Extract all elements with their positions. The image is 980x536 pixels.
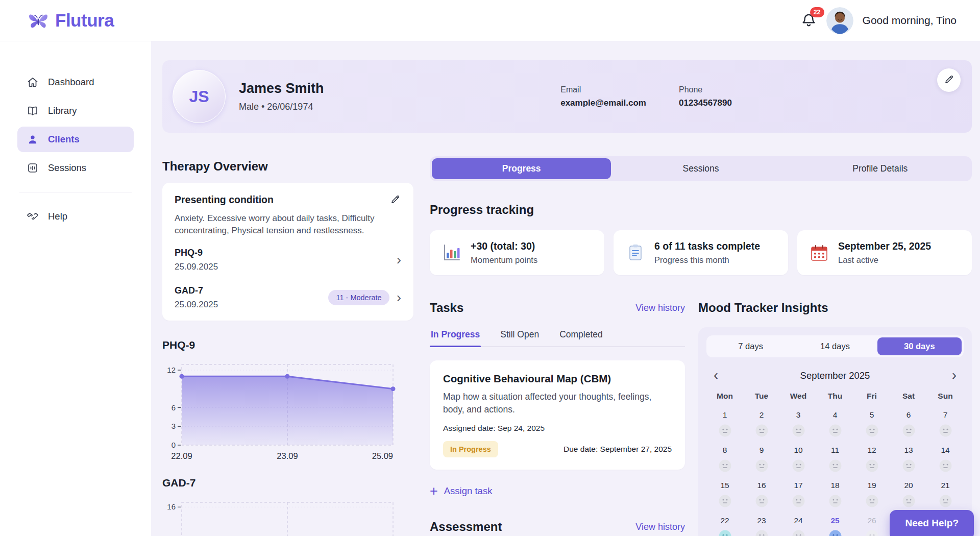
calendar-day-11[interactable]: 11 [817, 442, 853, 477]
assessment-item-gad-7[interactable]: GAD-725.09.202511 - Moderate› [175, 279, 401, 316]
calendar-day-9[interactable]: 9 [743, 442, 780, 477]
task-card[interactable]: Cognitive Behavioural Map (CBM) Map how … [430, 360, 685, 470]
handshake-icon [27, 210, 39, 223]
calendar-day-25[interactable]: 25 [817, 513, 853, 536]
weekday-header: Mon [706, 386, 743, 407]
calendar-day-20[interactable]: 20 [890, 477, 927, 513]
task-tab-completed[interactable]: Completed [558, 325, 604, 346]
task-tab-still-open[interactable]: Still Open [499, 325, 540, 346]
mood-face-neutral-icon [780, 424, 817, 437]
progress-tracking-title: Progress tracking [430, 203, 972, 217]
calendar-day-18[interactable]: 18 [817, 477, 853, 513]
calendar-day-16[interactable]: 16 [743, 477, 780, 513]
calendar-day-number: 21 [927, 481, 964, 490]
calendar-day-number: 26 [853, 516, 890, 525]
therapy-overview-section: Therapy Overview Presenting condition An… [162, 156, 413, 536]
mood-face-neutral-icon [817, 424, 853, 437]
calendar-day-4[interactable]: 4 [817, 407, 853, 442]
calendar-day-number: 12 [853, 446, 890, 455]
calendar-day-21[interactable]: 21 [927, 477, 964, 513]
tab-sessions[interactable]: Sessions [611, 158, 790, 179]
assign-task-button[interactable]: + Assign task [430, 485, 685, 497]
sidebar-item-dashboard[interactable]: Dashboard [17, 69, 134, 95]
sidebar-item-label: Dashboard [48, 77, 94, 88]
calendar-day-7[interactable]: 7 [927, 407, 964, 442]
calendar-day-number: 16 [743, 481, 780, 490]
user-avatar[interactable] [826, 7, 853, 34]
edit-condition-button[interactable] [389, 194, 401, 206]
calendar-month-label: September 2025 [800, 370, 870, 381]
assessment-item-phq-9[interactable]: PHQ-925.09.2025› [175, 241, 401, 279]
calendar-day-14[interactable]: 14 [927, 442, 964, 477]
calendar-day-number: 19 [853, 481, 890, 490]
calendar-day-number: 7 [927, 410, 964, 420]
calendar-day-5[interactable]: 5 [853, 407, 890, 442]
calendar-day-number: 11 [817, 446, 853, 455]
svg-text:6: 6 [172, 403, 176, 412]
sidebar-item-clients[interactable]: Clients [17, 127, 134, 152]
stat-card-progress-this-month: 6 of 11 tasks completeProgress this mont… [614, 230, 788, 275]
calendar-day-15[interactable]: 15 [706, 477, 743, 513]
plus-icon: + [430, 485, 438, 497]
pencil-icon [944, 74, 954, 86]
calendar-day-8[interactable]: 8 [706, 442, 743, 477]
client-avatar: JS [173, 70, 226, 123]
range-tab-7-days[interactable]: 7 days [708, 337, 793, 355]
calendar-day-number: 2 [743, 410, 780, 420]
calendar-day-number: 22 [706, 516, 743, 525]
weekday-header: Sat [890, 386, 927, 407]
range-tab-30-days[interactable]: 30 days [877, 337, 962, 355]
assessment-list: PHQ-925.09.2025›GAD-725.09.202511 - Mode… [175, 241, 401, 316]
assessment-name: PHQ-9 [175, 248, 218, 258]
presenting-condition-card: Presenting condition Anxiety. Excessive … [162, 183, 413, 321]
notifications-button[interactable]: 22 [801, 12, 817, 29]
assign-task-label: Assign task [444, 485, 493, 497]
client-phone: Phone 01234567890 [679, 85, 732, 108]
mood-tracker-section: Mood Tracker Insights 7 days14 days30 da… [698, 301, 972, 536]
mood-face-neutral-icon [780, 529, 817, 536]
range-tab-14-days[interactable]: 14 days [793, 337, 877, 355]
task-tab-in-progress[interactable]: In Progress [430, 325, 481, 346]
app-name: Flutura [55, 10, 114, 31]
mood-panel: 7 days14 days30 days ‹ September 2025 › … [698, 327, 972, 536]
calendar-icon [810, 243, 829, 262]
assessment-view-history-link[interactable]: View history [635, 522, 685, 532]
sidebar-item-label: Help [48, 211, 67, 222]
sidebar-item-library[interactable]: Library [17, 98, 134, 124]
next-month-button[interactable]: › [950, 369, 959, 382]
mood-face-neutral-icon [890, 459, 927, 473]
calendar-day-13[interactable]: 13 [890, 442, 927, 477]
book-icon [27, 105, 39, 117]
calendar-day-1[interactable]: 1 [706, 407, 743, 442]
tasks-view-history-link[interactable]: View history [635, 303, 685, 313]
calendar-day-23[interactable]: 23 [743, 513, 780, 536]
calendar-day-19[interactable]: 19 [853, 477, 890, 513]
sidebar-nav: DashboardLibraryClientsSessions [0, 69, 151, 181]
calendar-day-10[interactable]: 10 [780, 442, 817, 477]
home-icon [27, 76, 39, 88]
prev-month-button[interactable]: ‹ [712, 369, 720, 382]
mood-face-neutral-icon [743, 529, 780, 536]
calendar-day-17[interactable]: 17 [780, 477, 817, 513]
mood-face-neutral-icon [780, 494, 817, 508]
sidebar-item-help[interactable]: Help [17, 204, 134, 229]
tab-profile-details[interactable]: Profile Details [791, 158, 970, 179]
mood-face-neutral-icon [853, 529, 890, 536]
mood-face-neutral-icon [817, 494, 853, 508]
calendar-day-26[interactable]: 26 [853, 513, 890, 536]
tab-progress[interactable]: Progress [432, 158, 611, 179]
client-meta: Male • 26/06/1974 [239, 102, 324, 112]
severity-badge: 11 - Moderate [328, 290, 389, 305]
calendar-day-3[interactable]: 3 [780, 407, 817, 442]
calendar-day-2[interactable]: 2 [743, 407, 780, 442]
tasks-section: Tasks View history In ProgressStill Open… [430, 301, 685, 536]
edit-client-button[interactable] [937, 68, 961, 92]
calendar-day-12[interactable]: 12 [853, 442, 890, 477]
need-help-button[interactable]: Need Help? [890, 510, 974, 536]
calendar-day-22[interactable]: 22 [706, 513, 743, 536]
stat-label: Progress this month [654, 255, 760, 265]
calendar-day-6[interactable]: 6 [890, 407, 927, 442]
sidebar-item-sessions[interactable]: Sessions [17, 155, 134, 181]
calendar-day-24[interactable]: 24 [780, 513, 817, 536]
calendar-day-number: 8 [706, 446, 743, 455]
